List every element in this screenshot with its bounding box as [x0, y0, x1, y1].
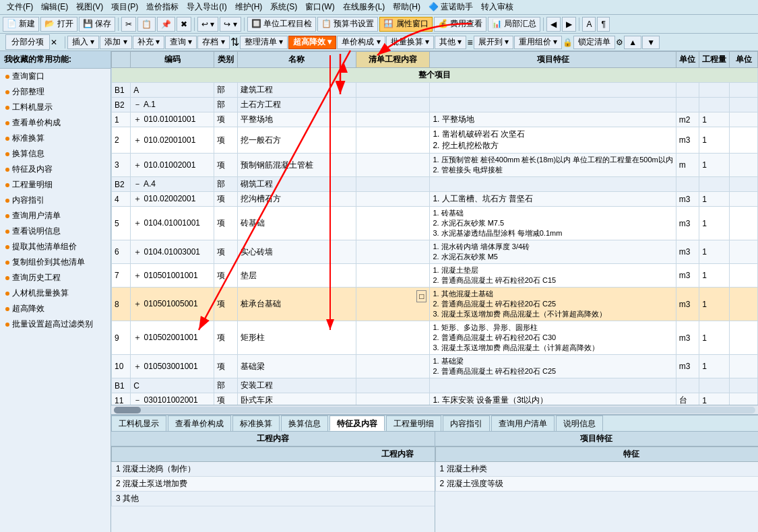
menu-view[interactable]: 视图(V) [72, 0, 107, 14]
tab-features[interactable]: 特征及内容 [329, 415, 385, 431]
list-item[interactable]: 3 其他 [112, 492, 435, 506]
menu-online[interactable]: 在线服务(L) [339, 0, 389, 14]
tab-material[interactable]: 工料机显示 [111, 415, 166, 431]
btn-insert[interactable]: 插入 ▾ [67, 36, 99, 49]
menu-window[interactable]: 窗口(W) [301, 0, 338, 14]
sidebar-item-extract[interactable]: 提取其他清单组价 [0, 239, 110, 255]
sidebar-item-unit-price[interactable]: 查看单价构成 [0, 115, 110, 131]
btn-unit-price[interactable]: 单价构成 ▾ [337, 36, 385, 49]
list-item[interactable]: 1 混凝土浇捣（制作） [112, 462, 435, 477]
btn-local-total[interactable]: 📊 局部汇总 [488, 17, 540, 32]
btn-organize[interactable]: 整理清单 ▾ [240, 36, 288, 49]
btn-query[interactable]: 查询 ▾ [165, 36, 197, 49]
menu-assistant[interactable]: 🔷 蓝诺助手 [424, 0, 477, 14]
table-row[interactable]: 9 ＋ 010502001001 项 矩形柱 1. 矩形、多边形、异形、圆形柱2… [112, 321, 758, 355]
table-row[interactable]: 10 ＋ 010503001001 项 基础梁 1. 基础梁2. 普通商品混凝土… [112, 355, 758, 378]
table-row[interactable]: B1 A 部 建筑工程 [112, 83, 758, 98]
horizontal-scrollbar[interactable] [111, 405, 758, 414]
btn-delete[interactable]: ✖ [177, 17, 191, 32]
sidebar-item-calc-info[interactable]: 换算信息 [0, 146, 110, 162]
btn-new[interactable]: 📄 新建 [3, 17, 39, 32]
menu-price[interactable]: 造价指标 [142, 0, 183, 14]
menu-audit[interactable]: 转入审核 [477, 0, 517, 14]
table-row-highlight[interactable]: 8 ＋ 010501005001 项 桩承台基础 □ 1. 其他混凝土基础2. … [112, 288, 758, 321]
btn-nav-prev[interactable]: ◀ [546, 17, 561, 32]
btn-unit-check[interactable]: 🔲 单位工程目检 [247, 17, 316, 32]
btn-budget-settings[interactable]: 📋 预算书设置 [317, 17, 378, 32]
btn-down[interactable]: ▼ [642, 36, 660, 49]
btn-redo[interactable]: ↪ ▾ [220, 17, 241, 32]
scroll-track[interactable] [114, 407, 755, 413]
btn-lock[interactable]: 锁定清单 [573, 36, 615, 49]
menu-import[interactable]: 导入导出(I) [183, 0, 230, 14]
btn-archive[interactable]: 存档 ▾ [197, 36, 229, 49]
menu-maintain[interactable]: 维护(H) [231, 0, 267, 14]
tab-calc-info[interactable]: 换算信息 [281, 415, 328, 431]
menu-file[interactable]: 文件(F) [3, 0, 37, 14]
sidebar-item-history[interactable]: 查询历史工程 [0, 270, 110, 286]
table-container[interactable]: 编码 类别 名称 清单工程内容 项目特征 单位 工程量 单位 整个项目 [111, 51, 758, 405]
table-row[interactable]: 7 ＋ 010501001001 项 垫层 1. 混凝土垫层2. 普通商品混凝土… [112, 264, 758, 288]
table-row[interactable]: 整个项目 [112, 68, 758, 83]
tab-content-guide[interactable]: 内容指引 [443, 415, 490, 431]
table-row[interactable]: B1 C 部 安装工程 [112, 378, 758, 393]
list-item[interactable]: 1 混凝土种类 [435, 462, 758, 477]
btn-copy[interactable]: 📋 [137, 17, 156, 32]
scroll-thumb[interactable] [114, 407, 141, 413]
table-row[interactable]: 3 ＋ 010.01002001 项 预制钢筋混凝土管桩 1. 压预制管桩 桩径… [112, 154, 758, 177]
tab-notes[interactable]: 说明信息 [556, 415, 603, 431]
btn-open[interactable]: 📂 打开 [40, 17, 77, 32]
table-row[interactable]: 4 ＋ 010.02002001 项 挖沟槽石方 1. 人工凿槽、坑石方 普坚石… [112, 192, 758, 207]
btn-font[interactable]: A [582, 17, 596, 32]
sidebar-item-material[interactable]: 工料机显示 [0, 100, 110, 115]
list-item[interactable]: 2 混凝土泵送增加费 [112, 477, 435, 492]
menu-system[interactable]: 系统(S) [266, 0, 301, 14]
sidebar-item-fenzhu[interactable]: 分部整理 [0, 84, 110, 100]
fenshu-close[interactable]: ✕ [51, 38, 57, 47]
table-row[interactable]: 1 ＋ 010.01001001 项 平整场地 1. 平整场地 m2 1 [112, 112, 758, 127]
tab-unit-price[interactable]: 查看单价构成 [168, 415, 231, 431]
table-row[interactable]: B2 － A.1 部 土石方工程 [112, 98, 758, 112]
sidebar-item-copy-price[interactable]: 复制组价到其他清单 [0, 255, 110, 270]
menu-help[interactable]: 帮助(H) [389, 0, 424, 14]
btn-expand[interactable]: 展开到 ▾ [474, 36, 513, 49]
menu-project[interactable]: 项目(P) [107, 0, 142, 14]
sidebar-item-batch-filter[interactable]: 批量设置超高过滤类别 [0, 317, 110, 332]
btn-supplement[interactable]: 补充 ▾ [133, 36, 164, 49]
sidebar-item-query-window[interactable]: 查询窗口 [0, 69, 110, 84]
btn-cost-view[interactable]: 💰 费用查看 [434, 17, 486, 32]
tab-user-list[interactable]: 查询用户清单 [491, 415, 555, 431]
btn-other[interactable]: 其他 ▾ [435, 36, 466, 49]
list-item[interactable]: 2 混凝土强度等级 [435, 477, 758, 492]
btn-reuse[interactable]: 重用组价 ▾ [514, 36, 562, 49]
btn-up[interactable]: ▲ [624, 36, 641, 49]
tab-std-calc[interactable]: 标准换算 [232, 415, 280, 431]
table-row[interactable]: 5 ＋ 0104.01001001 项 砖基础 1. 砖基础2. 水泥石灰砂浆 … [112, 207, 758, 240]
btn-save[interactable]: 💾 保存 [79, 17, 115, 32]
btn-batch-calc[interactable]: 批量换算 ▾ [386, 36, 434, 49]
btn-property-window[interactable]: 🪟 属性窗口 [379, 17, 432, 32]
sidebar-item-overhigh[interactable]: 超高降效 [0, 301, 110, 317]
btn-add[interactable]: 添加 ▾ [100, 36, 131, 49]
btn-paste[interactable]: 📌 [157, 17, 175, 32]
tab-qty-detail[interactable]: 工程量明细 [386, 415, 441, 431]
sidebar-item-notes[interactable]: 查看说明信息 [0, 224, 110, 239]
table-row[interactable]: 11 － 030101002001 项 卧式车床 1. 车床安装 设备重量（3t… [112, 393, 758, 405]
menu-edit[interactable]: 编辑(E) [37, 0, 72, 14]
btn-cut[interactable]: ✂ [121, 17, 136, 32]
sidebar-item-content-guide[interactable]: 内容指引 [0, 193, 110, 208]
btn-nav-next[interactable]: ▶ [562, 17, 576, 32]
row-name: 实心砖墙 [237, 240, 356, 264]
table-row[interactable]: 6 ＋ 0104.01003001 项 实心砖墙 1. 混水砖内墙 墙体厚度 3… [112, 240, 758, 264]
btn-overhigh[interactable]: 超高降效 ▾ [288, 36, 336, 49]
sidebar-item-batch-calc[interactable]: 人材机批量换算 [0, 286, 110, 301]
sidebar-item-std-calc[interactable]: 标准换算 [0, 131, 110, 146]
sidebar-item-user-list[interactable]: 查询用户清单 [0, 208, 110, 224]
btn-para[interactable]: ¶ [597, 17, 609, 32]
btn-undo[interactable]: ↩ ▾ [197, 17, 218, 32]
fenshu-btn[interactable]: 分部分项 [5, 34, 50, 50]
sidebar-item-features[interactable]: 特征及内容 [0, 162, 110, 177]
sidebar-item-qty-detail[interactable]: 工程量明细 [0, 177, 110, 193]
table-row[interactable]: B2 － A.4 部 砌筑工程 [112, 177, 758, 192]
table-row[interactable]: 2 ＋ 010.02001001 项 挖一般石方 1. 凿岩机破碎岩石 次坚石2… [112, 127, 758, 154]
